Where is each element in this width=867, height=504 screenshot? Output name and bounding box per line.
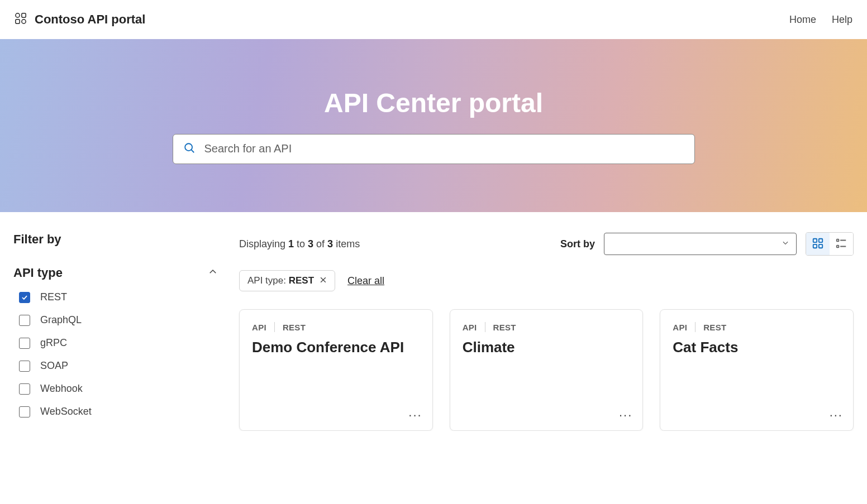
- nav-link-home[interactable]: Home: [789, 14, 816, 26]
- svg-rect-0: [16, 13, 20, 17]
- top-nav: Contoso API portal Home Help: [0, 0, 867, 39]
- badge-type: REST: [703, 323, 726, 332]
- card-title: Cat Facts: [673, 339, 841, 356]
- svg-rect-8: [813, 244, 817, 247]
- filter-options: REST GraphQL gRPC SOAP Webhook: [13, 291, 218, 417]
- badge-type: REST: [283, 323, 306, 332]
- filter-sidebar: Filter by API type REST GraphQL: [13, 232, 218, 431]
- filter-option-graphql[interactable]: GraphQL: [19, 314, 218, 326]
- card-badges: API REST: [463, 322, 631, 332]
- results-count: Displaying 1 to 3 of 3 items: [239, 238, 360, 250]
- grid-icon: [812, 237, 824, 251]
- badge-separator: [695, 322, 695, 332]
- view-toggle: [806, 232, 854, 256]
- sort-by-label: Sort by: [560, 238, 595, 250]
- close-icon[interactable]: [320, 275, 327, 286]
- api-card[interactable]: API REST Demo Conference API ···: [239, 309, 433, 431]
- card-title: Demo Conference API: [252, 339, 420, 356]
- active-filter-chips: API type: REST Clear all: [239, 270, 854, 291]
- hero-banner: API Center portal: [0, 39, 867, 212]
- checkbox-icon: [19, 315, 30, 326]
- svg-line-5: [191, 150, 194, 152]
- checkbox-icon: [19, 406, 30, 417]
- api-card[interactable]: API REST Climate ···: [450, 309, 644, 431]
- nav-links: Home Help: [789, 14, 852, 26]
- badge-separator: [274, 322, 275, 332]
- checkbox-icon: [19, 383, 30, 395]
- filter-option-label: GraphQL: [40, 314, 82, 326]
- filter-by-heading: Filter by: [13, 232, 218, 247]
- badge-api: API: [463, 323, 477, 332]
- api-card[interactable]: API REST Cat Facts ···: [660, 309, 854, 431]
- badge-separator: [485, 322, 485, 332]
- filter-option-webhook[interactable]: Webhook: [19, 383, 218, 395]
- app-logo-icon: [15, 12, 27, 27]
- search-input[interactable]: [204, 142, 684, 155]
- grid-view-button[interactable]: [806, 233, 830, 255]
- filter-option-label: SOAP: [40, 360, 68, 372]
- svg-rect-6: [813, 238, 817, 242]
- filter-option-label: gRPC: [40, 337, 67, 349]
- badge-api: API: [252, 323, 266, 332]
- filter-group-title: API type: [13, 266, 63, 280]
- list-icon: [835, 237, 847, 251]
- search-box[interactable]: [173, 134, 695, 164]
- filter-option-grpc[interactable]: gRPC: [19, 337, 218, 349]
- svg-rect-7: [819, 238, 822, 242]
- svg-rect-9: [819, 244, 822, 247]
- search-icon: [183, 142, 196, 156]
- badge-api: API: [673, 323, 687, 332]
- svg-rect-10: [837, 239, 839, 241]
- filter-group-header[interactable]: API type: [13, 266, 218, 280]
- chevron-up-icon: [208, 267, 218, 279]
- filter-option-soap[interactable]: SOAP: [19, 360, 218, 372]
- card-badges: API REST: [252, 322, 420, 332]
- clear-all-filters[interactable]: Clear all: [347, 275, 384, 287]
- filter-option-rest[interactable]: REST: [19, 291, 218, 303]
- card-title: Climate: [463, 339, 631, 356]
- results-grid: API REST Demo Conference API ··· API RES…: [239, 309, 854, 431]
- svg-point-4: [185, 143, 192, 151]
- svg-rect-2: [16, 20, 20, 23]
- card-badges: API REST: [673, 322, 841, 332]
- nav-link-help[interactable]: Help: [832, 14, 852, 26]
- brand[interactable]: Contoso API portal: [15, 12, 145, 27]
- filter-option-label: REST: [40, 291, 67, 303]
- svg-rect-1: [22, 13, 26, 17]
- more-options-icon[interactable]: ···: [408, 408, 422, 423]
- filter-option-label: Webhook: [40, 383, 83, 395]
- brand-text: Contoso API portal: [35, 12, 145, 27]
- more-options-icon[interactable]: ···: [830, 408, 843, 423]
- badge-type: REST: [493, 323, 516, 332]
- list-view-button[interactable]: [830, 233, 853, 255]
- results-area: Displaying 1 to 3 of 3 items Sort by: [239, 232, 854, 431]
- checkbox-checked-icon: [19, 292, 30, 303]
- filter-group-api-type: API type REST GraphQL gRP: [13, 266, 218, 417]
- more-options-icon[interactable]: ···: [619, 408, 632, 423]
- svg-rect-12: [837, 245, 839, 247]
- checkbox-icon: [19, 361, 30, 372]
- filter-chip-api-type-rest[interactable]: API type: REST: [239, 270, 335, 291]
- svg-rect-3: [22, 20, 26, 23]
- sort-select[interactable]: [604, 233, 797, 255]
- chevron-down-icon: [782, 239, 789, 249]
- checkbox-icon: [19, 338, 30, 349]
- filter-option-label: WebSocket: [40, 406, 92, 417]
- results-controls: Displaying 1 to 3 of 3 items Sort by: [239, 232, 854, 256]
- filter-option-websocket[interactable]: WebSocket: [19, 406, 218, 417]
- hero-title: API Center portal: [324, 88, 543, 118]
